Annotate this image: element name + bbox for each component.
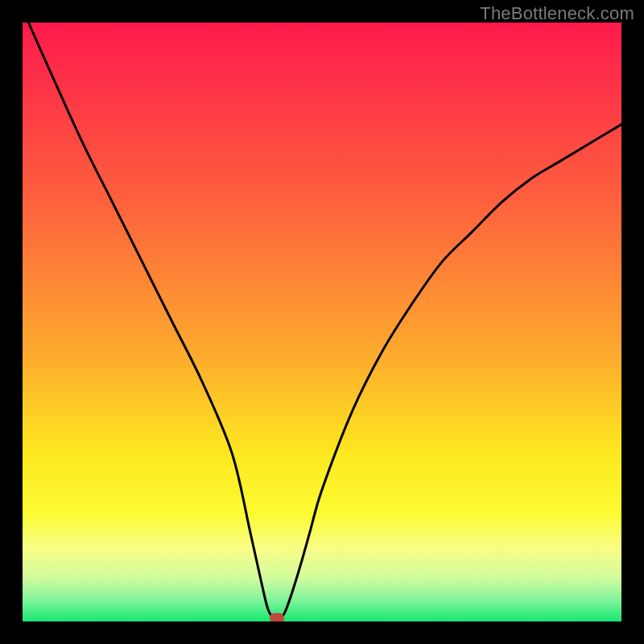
bottleneck-curve bbox=[23, 23, 621, 621]
optimum-marker bbox=[270, 613, 284, 621]
plot-area bbox=[23, 23, 621, 621]
outer-frame: TheBottleneck.com bbox=[0, 0, 644, 644]
watermark-text: TheBottleneck.com bbox=[480, 3, 634, 24]
